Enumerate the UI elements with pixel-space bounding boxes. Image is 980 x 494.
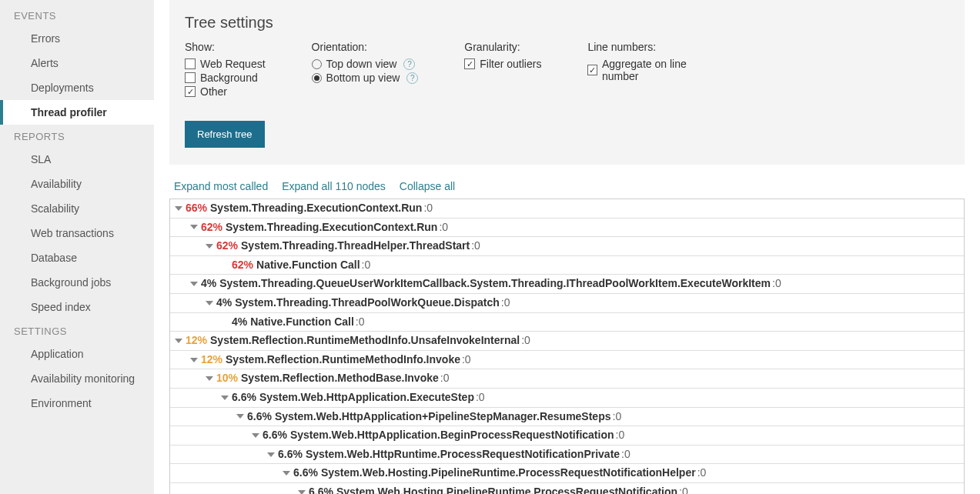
tree-row[interactable]: 4%System.Threading.QueueUserWorkItemCall… [170, 275, 964, 294]
method-name: System.Threading.ThreadPoolWorkQueue.Dis… [235, 295, 500, 311]
option-label: Web Request [200, 58, 266, 70]
orientation-option-bottom-up-view[interactable]: Bottom up view? [312, 72, 419, 84]
tree-row[interactable]: 4%Native.Function Call :0 [170, 313, 964, 332]
caret-down-icon[interactable] [206, 244, 213, 249]
tree-row[interactable]: 62%System.Threading.ExecutionContext.Run… [170, 219, 964, 238]
granularity-heading: Granularity: [464, 41, 541, 53]
sidebar-item-database[interactable]: Database [0, 245, 154, 270]
caret-down-icon[interactable] [283, 471, 290, 476]
caret-down-icon[interactable] [252, 433, 259, 438]
help-icon[interactable]: ? [403, 58, 415, 70]
tree-row[interactable]: 6.6%System.Web.HttpRuntime.ProcessReques… [170, 446, 964, 465]
checkbox-icon[interactable] [185, 58, 196, 69]
tree-row[interactable]: 6.6%System.Web.HttpApplication.ExecuteSt… [170, 389, 964, 408]
sidebar-item-sla[interactable]: SLA [0, 147, 154, 172]
line-suffix: :0 [362, 258, 371, 273]
sidebar-section-header: SETTINGS [0, 319, 154, 342]
checkbox-icon[interactable]: ✓ [587, 65, 597, 75]
method-name: System.Reflection.MethodBase.Invoke [241, 371, 439, 386]
help-icon[interactable]: ? [406, 72, 418, 84]
show-option-web-request[interactable]: Web Request [185, 58, 266, 70]
settings-title: Tree settings [185, 14, 949, 32]
sidebar-item-thread-profiler[interactable]: Thread profiler [0, 100, 154, 125]
sidebar-item-speed-index[interactable]: Speed index [0, 295, 154, 319]
line-suffix: :0 [471, 239, 480, 254]
line-suffix: :0 [697, 466, 707, 481]
expand-most-called-link[interactable]: Expand most called [174, 180, 268, 192]
sidebar-item-errors[interactable]: Errors [0, 26, 154, 51]
tree-row[interactable]: 62%Native.Function Call :0 [170, 256, 964, 275]
percentage: 6.6% [293, 466, 318, 481]
sidebar-item-deployments[interactable]: Deployments [0, 75, 154, 100]
percentage: 10% [216, 371, 238, 386]
caret-down-icon[interactable] [190, 225, 198, 229]
percentage: 6.6% [232, 390, 256, 406]
caret-down-icon[interactable] [190, 358, 198, 362]
checkbox-icon[interactable]: ✓ [185, 86, 196, 97]
tree-row[interactable]: 4%System.Threading.ThreadPoolWorkQueue.D… [170, 294, 964, 313]
filter-outliers-option[interactable]: ✓ Filter outliers [464, 58, 541, 70]
caret-down-icon[interactable] [175, 339, 182, 343]
tree-row[interactable]: 62%System.Threading.ThreadHelper.ThreadS… [170, 237, 964, 256]
percentage: 6.6% [247, 409, 272, 425]
aggregate-linenumber-option[interactable]: ✓ Aggregate on line number [587, 58, 711, 82]
caret-down-icon[interactable] [206, 301, 213, 305]
method-name: System.Threading.ExecutionContext.Run [226, 220, 437, 235]
tree-row[interactable]: 6.6%System.Web.HttpApplication.BeginProc… [170, 426, 964, 446]
collapse-all-link[interactable]: Collapse all [400, 180, 455, 192]
show-option-background[interactable]: Background [185, 72, 266, 84]
filter-outliers-label: Filter outliers [480, 58, 541, 70]
caret-down-icon[interactable] [236, 414, 244, 419]
line-suffix: :0 [356, 315, 365, 330]
tree-row[interactable]: 6.6%System.Web.Hosting.PipelineRuntime.P… [170, 464, 964, 483]
show-option-other[interactable]: ✓Other [185, 85, 266, 98]
tree-row[interactable]: 6.6%System.Web.Hosting.PipelineRuntime.P… [170, 483, 964, 494]
linenumbers-heading: Line numbers: [587, 41, 711, 53]
option-label: Background [200, 72, 258, 84]
percentage: 4% [216, 295, 232, 311]
line-suffix: :0 [439, 220, 448, 235]
refresh-tree-button[interactable]: Refresh tree [185, 121, 265, 148]
tree-row[interactable]: 12%System.Reflection.RuntimeMethodInfo.U… [170, 332, 964, 351]
sidebar-item-alerts[interactable]: Alerts [0, 51, 154, 75]
caret-down-icon[interactable] [206, 376, 213, 381]
sidebar-item-web-transactions[interactable]: Web transactions [0, 221, 154, 245]
caret-down-icon[interactable] [190, 282, 198, 286]
main-content: Tree settings Show: Web RequestBackgroun… [154, 0, 980, 494]
percentage: 6.6% [278, 447, 303, 462]
orientation-option-top-down-view[interactable]: Top down view? [312, 58, 419, 70]
percentage: 12% [186, 333, 207, 349]
linenumbers-column: Line numbers: ✓ Aggregate on line number [587, 41, 711, 99]
checkbox-icon[interactable] [185, 72, 196, 83]
tree-row[interactable]: 10%System.Reflection.MethodBase.Invoke :… [170, 369, 964, 389]
radio-icon[interactable] [312, 73, 322, 83]
checkbox-icon[interactable]: ✓ [464, 58, 475, 69]
tree-row[interactable]: 12%System.Reflection.RuntimeMethodInfo.I… [170, 351, 964, 370]
sidebar-item-availability[interactable]: Availability [0, 172, 154, 196]
expand-all-link[interactable]: Expand all 110 nodes [282, 180, 386, 192]
percentage: 12% [201, 352, 222, 368]
tree-row[interactable]: 66%System.Threading.ExecutionContext.Run… [170, 199, 964, 219]
tree-row[interactable]: 6.6%System.Web.HttpApplication+PipelineS… [170, 408, 964, 427]
line-suffix: :0 [616, 428, 625, 443]
caret-down-icon[interactable] [221, 396, 229, 400]
line-suffix: :0 [772, 276, 781, 292]
percentage: 62% [201, 220, 222, 235]
sidebar-item-availability-monitoring[interactable]: Availability monitoring [0, 366, 154, 391]
sidebar-item-environment[interactable]: Environment [0, 391, 154, 416]
radio-icon[interactable] [312, 59, 322, 69]
sidebar-item-scalability[interactable]: Scalability [0, 196, 154, 221]
method-name: System.Web.Hosting.PipelineRuntime.Proce… [336, 485, 677, 494]
sidebar-item-background-jobs[interactable]: Background jobs [0, 270, 154, 295]
option-label: Bottom up view [326, 72, 400, 84]
line-suffix: :0 [621, 447, 630, 462]
sidebar: EVENTSErrorsAlertsDeploymentsThread prof… [0, 0, 154, 494]
caret-down-icon[interactable] [298, 490, 306, 494]
caret-down-icon[interactable] [175, 206, 182, 211]
method-name: System.Web.HttpApplication.ExecuteStep [259, 390, 474, 406]
caret-down-icon[interactable] [267, 452, 275, 457]
method-name: Native.Function Call [250, 315, 354, 330]
line-suffix: :0 [440, 371, 450, 386]
sidebar-item-application[interactable]: Application [0, 342, 154, 366]
granularity-column: Granularity: ✓ Filter outliers [464, 41, 541, 99]
